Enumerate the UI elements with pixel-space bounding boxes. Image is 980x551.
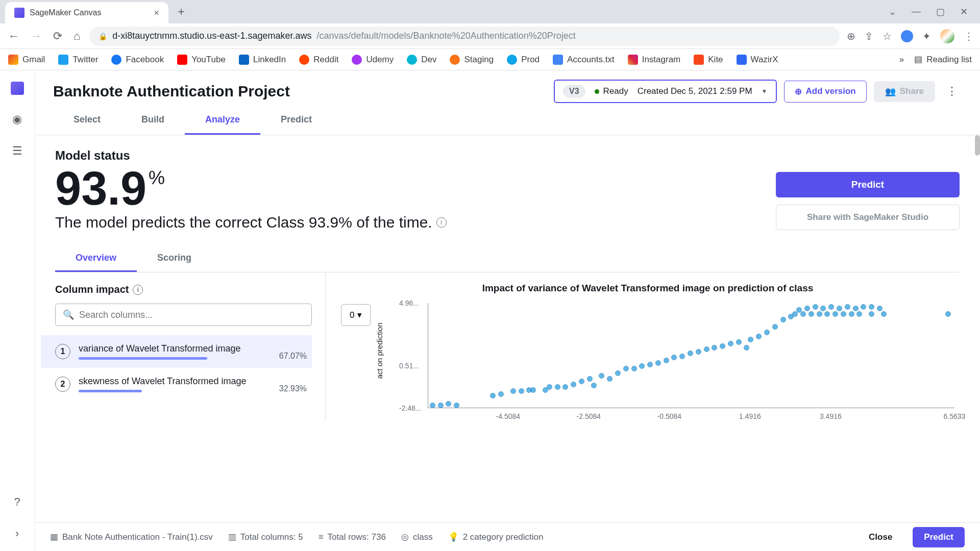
browser-tab[interactable]: SageMaker Canvas × (5, 2, 168, 23)
profile-avatar-icon[interactable] (940, 29, 954, 43)
help-icon[interactable]: ? (10, 495, 24, 509)
facebook-icon (111, 55, 121, 65)
rank-badge: 1 (55, 344, 70, 359)
page-header: Banknote Authentication Project V3 Ready… (35, 70, 980, 106)
bookmark-udemy[interactable]: Udemy (352, 55, 394, 65)
tab-build[interactable]: Build (121, 106, 185, 135)
impact-percent: 67.07% (279, 352, 307, 361)
bulb-icon: 💡 (448, 532, 459, 542)
instagram-icon (628, 55, 638, 65)
total-columns: ▥Total columns: 5 (228, 532, 303, 542)
impact-bar (79, 357, 207, 360)
subtab-overview[interactable]: Overview (55, 245, 137, 272)
list-icon[interactable]: ☰ (10, 144, 24, 158)
extensions-icon[interactable]: ✦ (922, 30, 931, 42)
version-created: Created Dec 5, 2021 2:59 PM (638, 86, 752, 96)
prod-icon (507, 55, 517, 65)
back-button[interactable]: ← (6, 28, 21, 45)
youtube-icon (177, 55, 187, 65)
bookmarks-overflow-icon[interactable]: » (899, 55, 904, 65)
bookmark-staging[interactable]: Staging (450, 55, 494, 65)
column-impact-row[interactable]: 1 variance of Wavelet Transformed image … (41, 335, 312, 368)
bookmark-twitter[interactable]: Twitter (58, 55, 98, 65)
tab-select[interactable]: Select (53, 106, 121, 135)
more-menu-icon[interactable]: ⋮ (942, 85, 962, 98)
bookmark-kite[interactable]: Kite (694, 55, 723, 65)
columns-icon: ▥ (228, 532, 236, 542)
subtab-scoring[interactable]: Scoring (137, 245, 212, 272)
expand-sidebar-icon[interactable]: › (10, 527, 24, 541)
y-axis-title: act on prediction (375, 322, 384, 379)
main-content: Banknote Authentication Project V3 Ready… (35, 70, 980, 551)
chart-panel: Impact of variance of Wavelet Transforme… (326, 272, 960, 420)
close-button[interactable]: Close (864, 532, 897, 542)
add-version-button[interactable]: ⊕Add version (784, 81, 867, 103)
wazirx-icon (737, 55, 747, 65)
new-tab-button[interactable]: + (178, 5, 185, 19)
browser-menu-icon[interactable]: ⋮ (964, 30, 974, 42)
lock-icon: 🔒 (99, 32, 107, 40)
tab-analyze[interactable]: Analyze (185, 106, 260, 135)
bookmark-accounts[interactable]: Accounts.txt (553, 55, 615, 65)
bookmarks-bar: Gmail Twitter Facebook YouTube LinkedIn … (0, 49, 980, 70)
version-badge: V3 (563, 85, 585, 98)
class-selector[interactable]: 0▾ (341, 304, 371, 326)
window-controls: ⌄ — ▢ ✕ (889, 6, 980, 17)
extension-icon[interactable] (901, 30, 913, 42)
maximize-icon[interactable]: ▢ (936, 6, 945, 17)
version-selector[interactable]: V3 Ready Created Dec 5, 2021 2:59 PM ▼ (554, 80, 777, 103)
analysis-subtabs: Overview Scoring (55, 245, 960, 272)
plus-circle-icon: ⊕ (795, 86, 802, 97)
star-icon[interactable]: ☆ (883, 30, 892, 42)
bookmark-wazirx[interactable]: WazirX (737, 55, 778, 65)
content-area: Model status 93.9% The model predicts th… (35, 135, 980, 522)
twitter-icon (58, 55, 68, 65)
bookmark-reddit[interactable]: Reddit (299, 55, 338, 65)
staging-icon (450, 55, 460, 65)
target-icon: ◎ (401, 532, 409, 542)
models-icon[interactable]: ◉ (10, 112, 24, 127)
tab-predict[interactable]: Predict (260, 106, 332, 135)
zoom-icon[interactable]: ⊕ (847, 30, 855, 42)
footer-predict-button[interactable]: Predict (913, 527, 965, 547)
reading-list-button[interactable]: ▤Reading list (914, 54, 972, 65)
dataset-info: ▦Bank Note Authentication - Train(1).csv (50, 532, 213, 542)
bookmark-youtube[interactable]: YouTube (177, 55, 226, 65)
home-button[interactable]: ⌂ (71, 28, 82, 45)
info-icon[interactable]: i (133, 285, 143, 295)
minimize-icon[interactable]: — (912, 6, 921, 17)
sidebar: ◉ ☰ ? › (0, 70, 35, 551)
share-url-icon[interactable]: ⇪ (865, 30, 873, 42)
caret-down-icon: ▼ (762, 88, 768, 95)
bookmark-gmail[interactable]: Gmail (8, 55, 45, 65)
bookmark-facebook[interactable]: Facebook (111, 55, 164, 65)
app-logo-icon[interactable] (11, 82, 24, 95)
accuracy-description: The model predicts the correct Class 93.… (55, 214, 776, 231)
search-field[interactable] (79, 310, 304, 320)
close-window-icon[interactable]: ✕ (960, 6, 968, 17)
gmail-icon (8, 55, 18, 65)
model-status-label: Model status (55, 148, 776, 163)
kite-icon (694, 55, 704, 65)
reddit-icon (299, 55, 309, 65)
info-icon[interactable]: i (436, 217, 447, 228)
scrollbar-thumb[interactable] (975, 135, 980, 156)
forward-button[interactable]: → (29, 28, 44, 45)
url-input[interactable]: 🔒 d-xi8tauyctnmm.studio.us-east-1.sagema… (89, 27, 840, 46)
predict-button[interactable]: Predict (776, 172, 960, 197)
reload-button[interactable]: ⟳ (51, 28, 64, 45)
bookmark-instagram[interactable]: Instagram (628, 55, 681, 65)
bookmark-linkedin[interactable]: LinkedIn (239, 55, 286, 65)
impact-bar (79, 390, 142, 392)
share-studio-button[interactable]: Share with SageMaker Studio (776, 205, 960, 230)
bookmark-prod[interactable]: Prod (507, 55, 540, 65)
close-icon[interactable]: × (154, 8, 159, 18)
share-button[interactable]: 👥Share (874, 81, 935, 102)
dev-icon (407, 55, 417, 65)
bookmark-dev[interactable]: Dev (407, 55, 436, 65)
url-path: /canvas/default/models/Banknote%20Authen… (316, 31, 575, 41)
model-status-section: Model status 93.9% The model predicts th… (55, 148, 960, 231)
chevron-down-icon[interactable]: ⌄ (889, 6, 896, 17)
search-columns-input[interactable]: 🔍 (55, 304, 312, 326)
column-impact-row[interactable]: 2 skewness of Wavelet Transformed image … (55, 368, 312, 400)
